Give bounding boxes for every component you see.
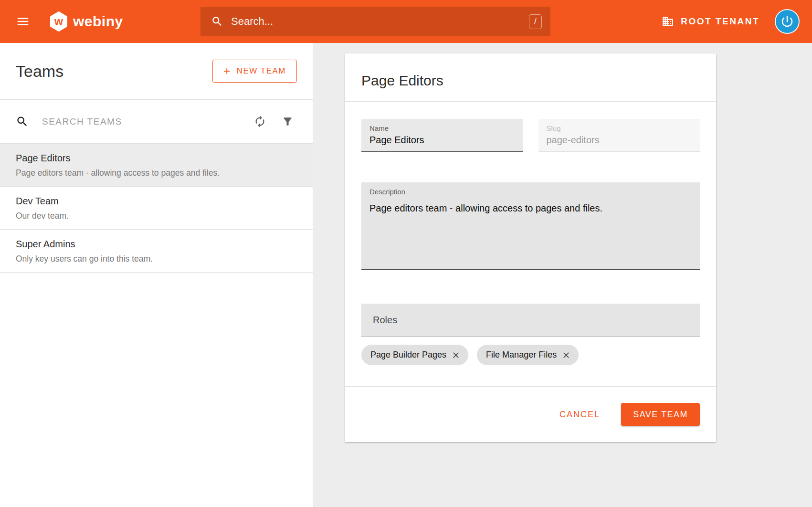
- save-team-button[interactable]: SAVE TEAM: [621, 403, 700, 426]
- search-teams-input[interactable]: [42, 116, 242, 127]
- role-chip-label: File Manager Files: [486, 350, 557, 360]
- name-input[interactable]: [369, 132, 515, 146]
- team-description: Only key users can go into this team.: [16, 254, 297, 264]
- hamburger-menu-button[interactable]: [12, 11, 33, 32]
- topbar-right: ROOT TENANT: [662, 9, 812, 34]
- slash-shortcut-badge: /: [529, 14, 542, 29]
- teams-list-panel: Teams + NEW TEAM Page Editors Page edito…: [0, 43, 313, 507]
- roles-field[interactable]: Roles: [361, 304, 700, 337]
- team-list-item[interactable]: Super Admins Only key users can go into …: [0, 230, 313, 273]
- remove-chip-button[interactable]: [559, 348, 574, 363]
- page-title: Teams: [16, 62, 63, 81]
- team-detail-panel: Page Editors Name Slug Description Page …: [313, 43, 812, 507]
- tenant-label: ROOT TENANT: [681, 16, 759, 27]
- tenant-selector[interactable]: ROOT TENANT: [662, 15, 759, 28]
- user-avatar[interactable]: [775, 9, 800, 34]
- team-name: Page Editors: [16, 153, 297, 164]
- team-detail-header: Page Editors: [345, 53, 716, 102]
- description-field-label: Description: [369, 188, 692, 196]
- team-description: Page editors team - allowing access to p…: [16, 168, 297, 178]
- close-icon: [561, 350, 571, 360]
- close-icon: [451, 350, 461, 360]
- new-team-button-label: NEW TEAM: [237, 66, 286, 76]
- search-icon: [211, 15, 223, 28]
- team-detail-card: Page Editors Name Slug Description Page …: [345, 53, 716, 442]
- description-field[interactable]: Description Page editors team - allowing…: [361, 182, 700, 270]
- cancel-button[interactable]: CANCEL: [559, 410, 600, 420]
- slug-field-label: Slug: [547, 124, 692, 132]
- name-field-label: Name: [369, 124, 515, 132]
- topbar: w webiny / ROOT TENANT: [0, 0, 812, 43]
- refresh-button[interactable]: [250, 112, 269, 131]
- name-slug-row: Name Slug: [361, 119, 700, 152]
- role-chip-label: Page Builder Pages: [370, 350, 446, 360]
- webiny-logo-icon: w: [50, 11, 68, 32]
- search-teams-icon: [16, 115, 29, 128]
- svg-text:w: w: [54, 15, 63, 28]
- slug-input: [547, 132, 692, 146]
- team-list-item[interactable]: Page Editors Page editors team - allowin…: [0, 144, 313, 187]
- main-content: Teams + NEW TEAM Page Editors Page edito…: [0, 43, 812, 507]
- remove-chip-button[interactable]: [448, 348, 464, 363]
- new-team-button[interactable]: + NEW TEAM: [212, 60, 297, 83]
- role-chips: Page Builder Pages File Manager Files: [361, 345, 700, 365]
- building-icon: [662, 15, 674, 28]
- team-detail-form: Name Slug Description Page editors team …: [345, 102, 716, 386]
- power-icon: [780, 14, 794, 29]
- name-field[interactable]: Name: [361, 119, 523, 152]
- slug-field: Slug: [538, 119, 700, 152]
- role-chip: File Manager Files: [477, 345, 579, 365]
- team-name: Dev Team: [16, 196, 297, 207]
- team-detail-footer: CANCEL SAVE TEAM: [345, 386, 716, 442]
- hamburger-menu-icon: [16, 14, 30, 29]
- filter-button[interactable]: [278, 112, 297, 131]
- team-list-item[interactable]: Dev Team Our dev team.: [0, 187, 313, 230]
- roles-field-label: Roles: [373, 315, 397, 326]
- refresh-icon: [253, 115, 266, 128]
- team-name: Super Admins: [16, 239, 297, 250]
- team-list: Page Editors Page editors team - allowin…: [0, 144, 313, 273]
- teams-panel-header: Teams + NEW TEAM: [0, 43, 313, 99]
- global-search-input[interactable]: [231, 15, 529, 28]
- webiny-brand: w webiny: [50, 11, 123, 32]
- description-input[interactable]: Page editors team - allowing access to p…: [369, 196, 692, 262]
- role-chip: Page Builder Pages: [361, 345, 468, 365]
- team-description: Our dev team.: [16, 211, 297, 221]
- brand-name: webiny: [73, 13, 123, 30]
- global-search-bar[interactable]: /: [200, 7, 550, 36]
- team-detail-title: Page Editors: [361, 73, 700, 89]
- plus-icon: +: [223, 65, 231, 77]
- filter-icon: [282, 116, 294, 127]
- teams-search-row: [0, 100, 313, 143]
